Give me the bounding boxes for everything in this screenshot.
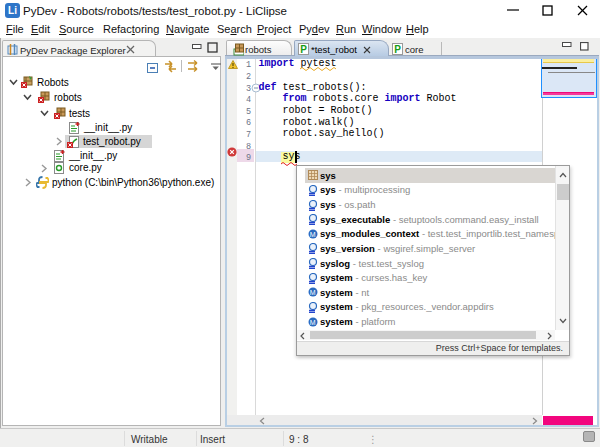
svg-text:M: M — [310, 231, 316, 238]
svg-text:M: M — [310, 289, 316, 296]
svg-text:P: P — [394, 44, 401, 55]
svg-text:M: M — [310, 318, 316, 325]
svg-text:P: P — [300, 43, 307, 54]
